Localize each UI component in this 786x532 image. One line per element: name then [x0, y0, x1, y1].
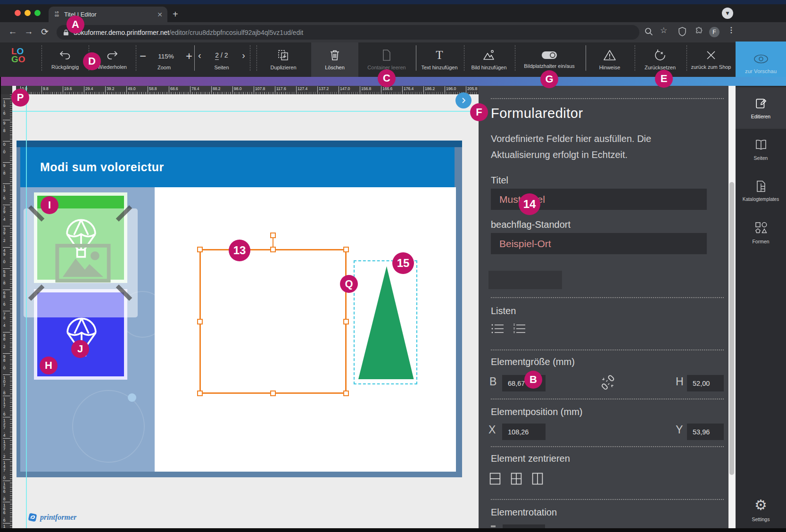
resize-handle-ne[interactable] — [343, 247, 349, 252]
guide-line-vertical[interactable] — [26, 86, 27, 528]
decorative-dot — [128, 393, 136, 402]
ruler-tick-label: 176.4 — [404, 86, 414, 91]
undo-button[interactable]: Rückgängig — [41, 42, 89, 77]
page-title-text[interactable]: Modi sum voloreictur — [40, 160, 164, 174]
resize-handle-sw[interactable] — [197, 391, 203, 396]
x-position-input[interactable] — [502, 424, 546, 440]
height-input[interactable] — [687, 375, 724, 391]
zoom-value: 115% — [158, 53, 174, 60]
catalog-template-icon — [755, 180, 767, 192]
window-left-edge — [0, 77, 1, 532]
undo-icon — [58, 50, 72, 61]
resize-handle-nw[interactable] — [197, 247, 203, 252]
profile-avatar[interactable]: F — [709, 27, 720, 37]
mode-rail: Editieren Seiten Katalogtemplates Formen — [736, 86, 786, 532]
browser-toolbar: ← → ⟳ dokuformer.demo.printformer.net/ed… — [0, 22, 786, 42]
ruler-tick-label: 127.4 — [2, 418, 7, 437]
annotation-badge-d: D — [83, 52, 101, 70]
book-icon — [754, 139, 768, 151]
browser-tab[interactable]: LOGO Titel | Editor ✕ — [49, 7, 167, 22]
selected-element-frame[interactable] — [199, 249, 347, 394]
zoom-search-icon[interactable] — [644, 27, 654, 36]
browser-menu-icon[interactable]: ⋮ — [728, 25, 735, 34]
add-text-icon: T — [436, 49, 443, 61]
annotation-badge-e: E — [655, 70, 673, 88]
ruler-corner — [0, 86, 12, 94]
window-close-button[interactable] — [15, 10, 21, 16]
page-header-band[interactable]: Modi sum voloreictur — [20, 147, 455, 187]
divider — [491, 446, 724, 447]
ruler-tick-label: 88.2 — [213, 86, 221, 91]
triangle-shape-bounds[interactable] — [354, 260, 417, 384]
extensions-puzzle-icon[interactable] — [694, 27, 703, 36]
zoom-out-button[interactable]: − — [140, 50, 146, 63]
resize-handle-s[interactable] — [270, 391, 276, 396]
rail-item-editieren[interactable]: Editieren — [736, 87, 786, 129]
center-vertical-icon[interactable] — [531, 472, 544, 486]
empty-field-stub[interactable] — [488, 271, 562, 289]
add-image-button[interactable]: Bild hinzufügen — [464, 42, 514, 77]
reload-icon[interactable]: ⟳ — [39, 26, 51, 37]
trash-icon — [329, 49, 340, 61]
forward-icon[interactable]: → — [23, 26, 35, 37]
window-minimize-button[interactable] — [25, 10, 31, 16]
rail-item-seiten[interactable]: Seiten — [736, 129, 786, 170]
ruler-tick-label: 0.0 — [2, 142, 7, 153]
center-horizontal-icon[interactable] — [488, 472, 502, 486]
zoom-in-button[interactable]: + — [186, 50, 192, 63]
browser-downloads-icon[interactable]: ▼ — [722, 8, 733, 19]
ruler-tick-label: 98.0 — [2, 354, 7, 369]
ruler-tick-label: 98.0 — [234, 86, 242, 91]
rail-item-formen[interactable]: Formen — [736, 212, 786, 253]
bookmark-star-icon[interactable]: ☆ — [660, 25, 667, 35]
center-both-icon[interactable] — [510, 472, 523, 486]
design-canvas[interactable]: 0.09.819.629.439.249.058.868.678.488.298… — [4, 86, 479, 528]
standort-field-input[interactable] — [491, 233, 707, 254]
next-page-arrow-button[interactable] — [455, 92, 472, 108]
previous-page-icon[interactable]: ‹ — [198, 50, 201, 61]
back-icon[interactable]: ← — [7, 26, 19, 37]
ruler-tick-label: 78.4 — [2, 312, 7, 327]
new-tab-button[interactable]: + — [173, 9, 178, 20]
bullet-list-icon[interactable] — [491, 323, 505, 335]
y-position-input[interactable] — [687, 424, 724, 440]
delete-button[interactable]: Löschen — [311, 42, 358, 77]
listen-label: Listen — [491, 306, 724, 316]
resize-handle-n[interactable] — [270, 247, 276, 252]
rail-item-katalogtemplates[interactable]: Katalogtemplates — [736, 170, 786, 212]
annotation-badge-15: 15 — [392, 252, 414, 274]
ruler-tick-label: 186.2 — [425, 86, 435, 91]
scrollbar-thumb[interactable] — [729, 182, 734, 475]
guide-line-horizontal[interactable] — [12, 111, 479, 112]
resize-handle-e[interactable] — [343, 319, 349, 324]
resize-handle-se[interactable] — [343, 391, 349, 396]
hints-button[interactable]: Hinweise — [586, 42, 634, 77]
link-broken-icon[interactable] — [600, 374, 615, 391]
ruler-tick-label: 107.8 — [2, 375, 7, 394]
warning-icon — [603, 49, 616, 61]
add-text-button[interactable]: T Text hinzufügen — [416, 42, 463, 77]
redo-icon — [106, 50, 119, 61]
address-bar[interactable]: dokuformer.demo.printformer.net/editor/c… — [57, 25, 639, 40]
toggle-on-icon — [541, 50, 557, 60]
rail-item-settings[interactable]: ⚙ Settings — [736, 489, 786, 531]
shield-icon[interactable] — [678, 27, 687, 36]
window-zoom-button[interactable] — [34, 10, 41, 16]
window-bottom-edge — [0, 528, 786, 532]
triangle-shape[interactable] — [356, 263, 415, 382]
page-current[interactable]: 2 — [215, 51, 219, 60]
annotation-badge-c: C — [378, 69, 396, 87]
page-top-band — [17, 141, 462, 147]
divider — [491, 297, 724, 298]
eye-icon — [753, 54, 769, 64]
duplicate-button[interactable]: Duplizieren — [259, 42, 307, 77]
tab-close-icon[interactable]: ✕ — [157, 11, 163, 18]
back-to-shop-button[interactable]: zurück zum Shop — [687, 42, 736, 77]
ruler-tick-label: 9.8 — [2, 163, 7, 175]
next-page-icon[interactable]: › — [242, 50, 245, 61]
numbered-list-icon[interactable] — [513, 323, 527, 335]
resize-handle-w[interactable] — [197, 319, 203, 324]
panel-scrollbar[interactable] — [728, 86, 736, 532]
divider — [491, 499, 724, 500]
rotate-handle[interactable] — [270, 233, 276, 238]
